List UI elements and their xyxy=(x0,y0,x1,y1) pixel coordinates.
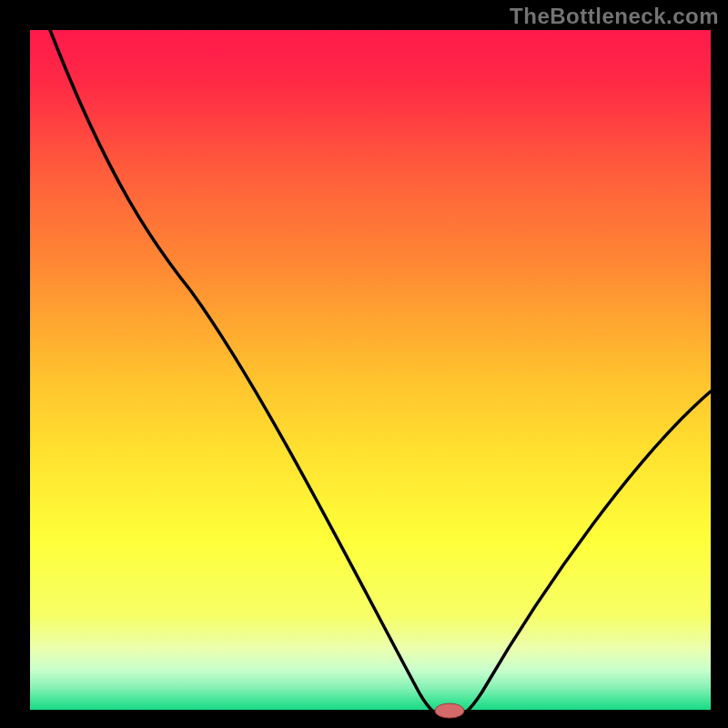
watermark-text: TheBottleneck.com xyxy=(510,4,719,29)
optimal-marker xyxy=(435,703,464,718)
bottleneck-chart xyxy=(0,0,728,728)
chart-stage: TheBottleneck.com xyxy=(0,0,728,728)
plot-area xyxy=(30,30,711,711)
